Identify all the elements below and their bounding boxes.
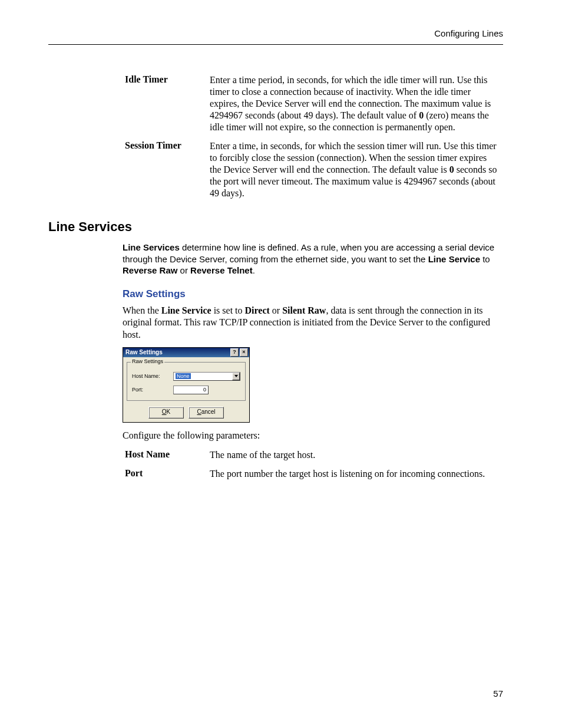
host-name-value: None: [176, 373, 191, 379]
line-services-paragraph: Line Services determine how line is defi…: [123, 242, 500, 276]
def-desc: Enter a time period, in seconds, for whi…: [207, 71, 500, 137]
group-legend: Raw Settings: [131, 358, 164, 364]
timer-definitions: Idle Timer Enter a time period, in secon…: [123, 71, 500, 203]
raw-settings-dialog: Raw Settings ? × Raw Settings Host Name:…: [123, 347, 250, 423]
def-label: Port: [123, 465, 207, 483]
raw-settings-paragraph: When the Line Service is set to Direct o…: [123, 305, 500, 341]
content: Idle Timer Enter a time period, in secon…: [48, 71, 503, 483]
host-name-label: Host Name:: [132, 373, 173, 379]
port-input[interactable]: 0: [173, 386, 209, 394]
def-label: Idle Timer: [123, 71, 207, 137]
chevron-down-icon[interactable]: [232, 373, 240, 380]
header-rule: [48, 44, 503, 45]
dialog-titlebar[interactable]: Raw Settings ? ×: [123, 348, 249, 357]
def-label: Session Timer: [123, 137, 207, 203]
port-label: Port:: [132, 387, 173, 393]
configure-text: Configure the following parameters:: [123, 430, 500, 442]
heading-raw-settings: Raw Settings: [123, 288, 503, 300]
def-row-idle-timer: Idle Timer Enter a time period, in secon…: [123, 71, 500, 137]
def-label: Host Name: [123, 446, 207, 465]
raw-settings-group: Raw Settings Host Name: None Port: 0: [127, 362, 246, 401]
def-row-session-timer: Session Timer Enter a time, in seconds, …: [123, 137, 500, 203]
heading-line-services: Line Services: [48, 219, 503, 235]
dialog-title: Raw Settings: [125, 349, 163, 355]
def-desc: Enter a time, in seconds, for which the …: [207, 137, 500, 203]
ok-button[interactable]: OK: [148, 407, 184, 419]
raw-settings-dialog-figure: Raw Settings ? × Raw Settings Host Name:…: [123, 347, 503, 423]
cancel-button[interactable]: Cancel: [189, 407, 224, 419]
def-desc: The port number the target host is liste…: [207, 465, 500, 483]
def-row-port: Port The port number the target host is …: [123, 465, 500, 483]
header-breadcrumb: Configuring Lines: [434, 28, 503, 38]
help-icon[interactable]: ?: [230, 348, 239, 357]
close-icon[interactable]: ×: [240, 348, 248, 357]
param-definitions: Host Name The name of the target host. P…: [123, 446, 500, 483]
page-number: 57: [493, 689, 503, 699]
host-name-select[interactable]: None: [173, 372, 240, 381]
svg-marker-0: [234, 375, 238, 377]
def-desc: The name of the target host.: [207, 446, 500, 465]
def-row-host-name: Host Name The name of the target host.: [123, 446, 500, 465]
